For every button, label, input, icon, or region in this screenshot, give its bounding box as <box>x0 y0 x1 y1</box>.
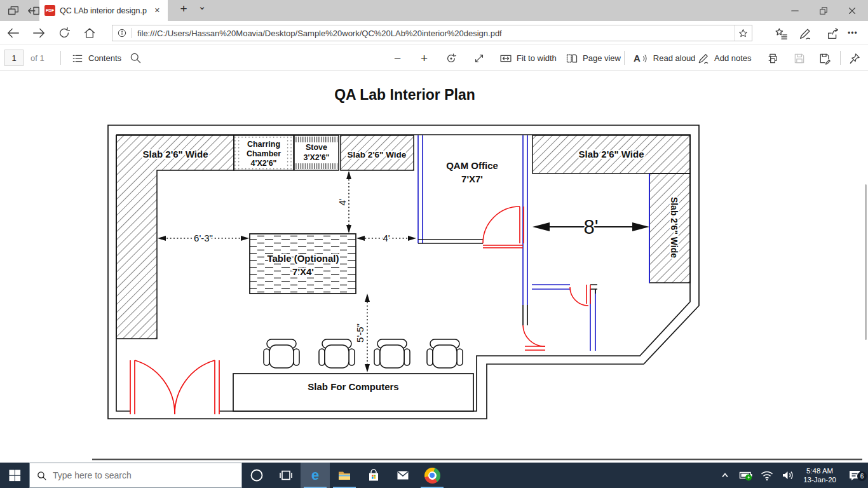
contents-button[interactable]: Contents <box>71 45 121 71</box>
computer-slab-label: Slab For Computers <box>308 381 398 392</box>
clock-date: 13-Jan-20 <box>803 475 836 484</box>
taskbar-clock[interactable]: 5:48 AM 13-Jan-20 <box>798 466 841 485</box>
page-number-input[interactable] <box>4 50 24 66</box>
pdf-page: QA Lab Interior Plan <box>0 71 868 463</box>
slab-top-mid-label: Slab 2'6" Wide <box>348 150 407 159</box>
page-view-button[interactable]: Page view <box>566 45 621 71</box>
add-notes-pen-icon <box>697 52 710 65</box>
forward-icon[interactable] <box>32 26 46 40</box>
resize-diagonal-icon <box>473 52 485 65</box>
task-view-button[interactable] <box>271 463 301 488</box>
battery-charging-icon <box>738 468 754 483</box>
site-info-icon[interactable] <box>112 28 132 38</box>
favorites-hub-icon[interactable] <box>775 27 789 41</box>
fit-width-label: Fit to width <box>517 53 557 63</box>
slab-right-vertical-label: Slab 2'6" Wide <box>669 197 679 258</box>
save-as-button[interactable] <box>818 45 831 71</box>
speaker-icon <box>780 468 796 483</box>
task-view-icon <box>278 468 294 483</box>
fit-to-width-button[interactable]: Fit to width <box>499 45 557 71</box>
svg-text:e: e <box>311 468 319 483</box>
new-tab-button[interactable]: + <box>175 2 192 16</box>
page-view-icon <box>566 52 578 65</box>
add-notes-button[interactable]: Add notes <box>697 45 752 71</box>
unpin-toolbar-button[interactable] <box>848 45 861 71</box>
scrollbar[interactable] <box>865 184 867 340</box>
dim-4-v-label: 4' <box>337 198 348 205</box>
close-button[interactable] <box>837 0 866 21</box>
plan-title: QA Lab Interior Plan <box>334 86 475 103</box>
taskbar-file-explorer-button[interactable] <box>330 463 359 488</box>
action-center-button[interactable]: 6 <box>841 468 868 483</box>
dim-6-3-label: 6'-3" <box>194 233 213 243</box>
divider <box>624 51 625 65</box>
utility-room-walls <box>532 285 597 351</box>
address-bar[interactable]: file:///C:/Users/Hassan%20Moavia/Desktop… <box>112 25 752 41</box>
page-view-label: Page view <box>583 53 621 63</box>
table-label-1: Table (Optional) <box>267 253 339 264</box>
read-aloud-icon: A <box>634 53 641 64</box>
stove-label-1: Stove <box>306 143 327 152</box>
find-icon[interactable] <box>129 51 142 64</box>
taskbar-chrome-button[interactable] <box>417 463 447 488</box>
chrome-icon <box>424 468 440 484</box>
refresh-icon[interactable] <box>57 26 71 40</box>
more-actions-icon[interactable]: ••• <box>848 29 862 43</box>
taskbar-mail-button[interactable] <box>388 463 417 488</box>
title-bar: PDF QC LAb interior design.p ✕ + ⌄ <box>0 0 868 21</box>
tray-battery-button[interactable] <box>735 468 756 483</box>
sound-waves-icon <box>642 53 649 64</box>
tab-list-chevron-icon[interactable]: ⌄ <box>194 1 210 12</box>
store-icon <box>366 468 381 483</box>
contents-icon <box>71 52 84 65</box>
taskbar-search[interactable] <box>29 463 242 488</box>
unpin-icon <box>848 52 861 65</box>
tab-close-icon[interactable]: ✕ <box>152 5 163 16</box>
taskbar-store-button[interactable] <box>359 463 388 488</box>
qam-office-door <box>483 207 524 248</box>
rotate-button[interactable] <box>445 45 458 71</box>
stove-label-2: 3'X2'6" <box>303 153 329 162</box>
optional-table <box>250 234 356 294</box>
start-button[interactable] <box>0 463 29 488</box>
add-notes-label: Add notes <box>714 53 752 63</box>
floor-plan-drawing: QA Lab Interior Plan <box>0 71 868 463</box>
back-icon[interactable] <box>6 26 20 40</box>
minimize-button[interactable] <box>780 0 809 21</box>
charring-label-1: Charring <box>247 140 280 149</box>
browser-tab[interactable]: PDF QC LAb interior design.p ✕ <box>39 0 168 21</box>
divider <box>840 51 841 65</box>
mail-icon <box>395 468 410 483</box>
restore-button[interactable] <box>809 0 837 21</box>
home-icon[interactable] <box>83 26 97 40</box>
full-screen-button[interactable] <box>473 45 485 71</box>
url-text[interactable]: file:///C:/Users/Hassan%20Moavia/Desktop… <box>132 29 734 38</box>
system-tray: 5:48 AM 13-Jan-20 6 <box>714 463 868 488</box>
zoom-out-button[interactable]: − <box>394 45 401 71</box>
taskbar-edge-button[interactable]: e <box>301 463 330 488</box>
contents-label: Contents <box>88 53 121 63</box>
web-note-pen-icon[interactable] <box>798 27 812 41</box>
wifi-icon <box>759 468 775 483</box>
notification-count-badge: 6 <box>857 471 867 481</box>
dim-4-h-label: 4' <box>383 233 390 243</box>
tray-network-button[interactable] <box>756 468 777 483</box>
tab-preview-icon[interactable] <box>6 4 20 18</box>
tray-volume-button[interactable] <box>777 468 798 483</box>
edge-icon: e <box>308 468 323 483</box>
share-icon[interactable] <box>826 27 840 41</box>
tray-chevron-button[interactable] <box>714 468 735 483</box>
tab-title: QC LAb interior design.p <box>60 6 152 15</box>
dim-5-5-label: 5'-5" <box>355 323 365 342</box>
cortana-button[interactable] <box>242 463 271 488</box>
read-aloud-button[interactable]: A Read aloud <box>634 45 695 71</box>
set-tabs-aside-icon[interactable] <box>27 4 41 18</box>
print-button[interactable] <box>766 45 779 71</box>
add-favorite-star-icon[interactable] <box>734 25 752 41</box>
dim-8-label: 8' <box>583 216 598 238</box>
zoom-in-button[interactable]: + <box>421 45 428 71</box>
save-button[interactable] <box>793 45 806 71</box>
search-input[interactable] <box>53 470 212 480</box>
file-explorer-icon <box>337 468 352 483</box>
entry-double-door <box>130 360 219 414</box>
